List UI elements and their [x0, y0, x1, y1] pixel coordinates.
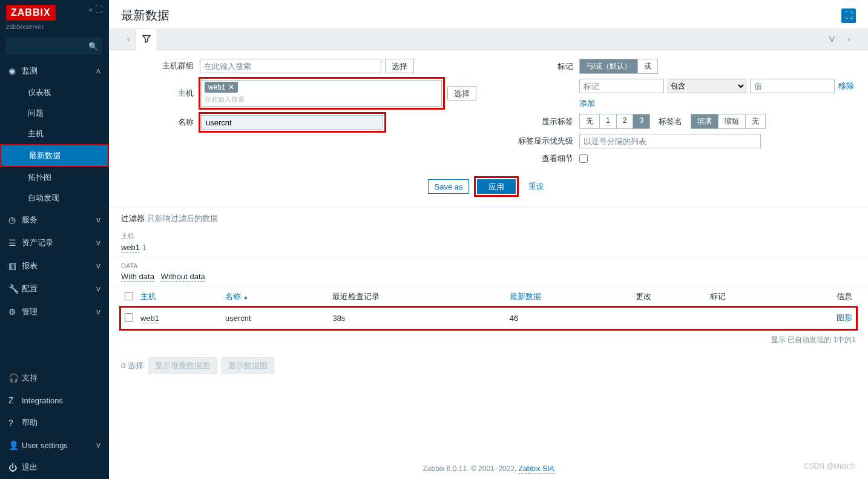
host-group-input[interactable] [200, 59, 381, 73]
col-info: 信息 [781, 286, 856, 308]
search-input[interactable]: 🔍 [6, 38, 103, 55]
name-label: 名称 [121, 117, 200, 128]
tab-collapse[interactable]: ᐯ [824, 35, 839, 44]
show-details-checkbox[interactable] [579, 154, 588, 163]
host-label: 主机 [121, 88, 200, 99]
tag-remove-link[interactable]: 移除 [838, 81, 854, 91]
result-footer: 显示 已自动发现的 1中的1 [109, 329, 868, 351]
with-data-link[interactable]: With data [121, 272, 154, 282]
nav-manage[interactable]: ⚙管理ᐯ [0, 300, 109, 323]
tag-name-none[interactable]: 无 [746, 114, 765, 128]
wrench-icon: 🔧 [8, 284, 22, 294]
tag-name-mode-group: 填满 缩短 无 [691, 114, 766, 129]
nav-user[interactable]: 👤User settingsᐯ [0, 434, 109, 456]
nav-latest-data[interactable]: 最新数据 [0, 144, 109, 167]
nav-integrations[interactable]: ZIntegrations [0, 389, 109, 411]
tab-next[interactable]: › [841, 35, 856, 44]
nav-report[interactable]: ▥报表ᐯ [0, 254, 109, 277]
footer-link[interactable]: Zabbix SIA [519, 464, 554, 474]
fullscreen-button[interactable]: ⛶ [841, 8, 856, 23]
tag-name-short[interactable]: 缩短 [718, 114, 746, 128]
logo[interactable]: ZABBIX [6, 5, 56, 21]
watermark: CSDN @Mick方 [804, 461, 856, 472]
col-host[interactable]: 主机 [137, 286, 222, 308]
row-last-check: 38s [329, 308, 505, 329]
row-host[interactable]: web1 [140, 314, 159, 323]
reset-button[interactable]: 重设 [524, 179, 549, 194]
host-select-btn[interactable]: 选择 [447, 86, 476, 101]
list-icon: ☰ [8, 238, 22, 248]
select-all-checkbox[interactable] [125, 292, 133, 300]
app-footer: Zabbix 6.0.11. © 2001–2022, Zabbix SIA [109, 458, 868, 479]
tag-priority-label: 标签显示优先级 [501, 136, 579, 147]
show-tags-2[interactable]: 2 [617, 114, 634, 128]
nav-monitor[interactable]: ◉ 监测 ᐱ [0, 59, 109, 82]
save-as-button[interactable]: Save as [428, 179, 470, 194]
nav-asset[interactable]: ☰资产记录ᐯ [0, 231, 109, 254]
nav-discovery[interactable]: 自动发现 [0, 188, 109, 208]
host-tag[interactable]: web1 ✕ [205, 82, 238, 93]
tags-andor[interactable]: 与/或（默认） [580, 59, 638, 73]
eye-icon: ◉ [8, 66, 22, 76]
tag-name-mode-label: 标签名 [659, 116, 682, 127]
tag-priority-input[interactable] [579, 134, 761, 148]
close-icon[interactable]: ✕ [228, 83, 234, 91]
data-section-label: DATA [121, 262, 856, 269]
nav-help[interactable]: ?帮助 [0, 411, 109, 434]
apply-button[interactable]: 应用 [477, 179, 516, 194]
chevron-down-icon: ᐯ [96, 263, 100, 269]
col-change: 更改 [632, 286, 706, 308]
power-icon: ⏻ [8, 463, 22, 472]
sidebar: ZABBIX « ⛶ zabbixserver 🔍 ◉ 监测 ᐱ 仪表板 问题 … [0, 0, 109, 479]
row-graph-link[interactable]: 图形 [837, 313, 852, 322]
show-tags-3[interactable]: 3 [633, 114, 649, 128]
nav-config[interactable]: 🔧配置ᐯ [0, 277, 109, 300]
nav-support[interactable]: 🎧支持 [0, 366, 109, 389]
tab-prev[interactable]: ‹ [121, 35, 136, 44]
show-tags-1[interactable]: 1 [600, 114, 617, 128]
filter-info-note: 只影响过滤后的数据 [147, 214, 218, 223]
expand-icon[interactable]: ⛶ [95, 5, 103, 14]
host-section-label: 主机 [121, 231, 856, 240]
row-name: usercnt [222, 308, 329, 329]
chevron-down-icon: ᐯ [96, 217, 100, 223]
chevron-down-icon: ᐯ [96, 240, 100, 246]
selection-count: 0 选择 [121, 360, 143, 371]
z-icon: Z [8, 395, 22, 405]
main-content: 最新数据 ⛶ ‹ ᐯ › 主机群组 [109, 0, 868, 479]
show-tags-none[interactable]: 无 [580, 114, 600, 128]
page-title: 最新数据 [121, 7, 169, 24]
name-input[interactable] [202, 115, 383, 130]
collapse-icon[interactable]: « [88, 5, 93, 14]
nav-service[interactable]: ◷服务ᐯ [0, 208, 109, 231]
row-checkbox[interactable] [125, 313, 133, 322]
tags-andor-group: 与/或（默认） 或 [579, 59, 658, 74]
nav-hosts[interactable]: 主机 [0, 124, 109, 144]
tag-value-input[interactable] [750, 79, 835, 93]
col-tags: 标记 [706, 286, 781, 308]
tag-add-link[interactable]: 添加 [579, 98, 595, 109]
col-name[interactable]: 名称 ▲ [222, 286, 329, 308]
col-last-data[interactable]: 最新数据 [506, 286, 632, 308]
headset-icon: 🎧 [8, 373, 22, 383]
server-name: zabbixserver [6, 23, 103, 30]
col-last-check: 最近检查记录 [329, 286, 505, 308]
nav-problems[interactable]: 问题 [0, 103, 109, 124]
user-icon: 👤 [8, 440, 22, 450]
tag-name-full[interactable]: 填满 [691, 114, 718, 128]
host-group-select-btn[interactable]: 选择 [385, 59, 414, 73]
tags-or[interactable]: 或 [638, 59, 657, 73]
tab-filter[interactable] [136, 28, 157, 50]
host-section-count: 1 [142, 243, 146, 252]
nav-logout[interactable]: ⏻退出 [0, 456, 109, 479]
tag-name-input[interactable] [579, 79, 664, 93]
nav-dashboard[interactable]: 仪表板 [0, 82, 109, 103]
without-data-link[interactable]: Without data [161, 272, 205, 282]
gauge-icon: ◷ [8, 215, 22, 225]
gear-icon: ⚙ [8, 307, 22, 317]
show-tags-group: 无 1 2 3 [579, 114, 650, 129]
host-section-host[interactable]: web1 [121, 243, 140, 253]
tag-op-select[interactable]: 包含 [668, 79, 746, 93]
nav-maps[interactable]: 拓扑图 [0, 167, 109, 188]
chevron-down-icon: ᐯ [96, 286, 100, 292]
